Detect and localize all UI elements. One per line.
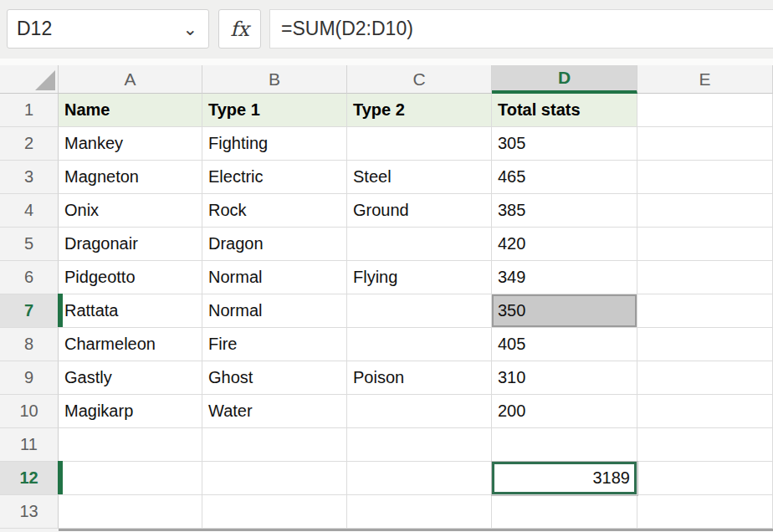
row-header-13[interactable]: 13: [0, 495, 59, 529]
column-header-c[interactable]: C: [347, 65, 492, 94]
cell-D13[interactable]: [492, 495, 637, 529]
row-selection-indicator: [58, 461, 63, 494]
column-header-d[interactable]: D: [492, 65, 637, 94]
cell-B1[interactable]: Type 1: [202, 94, 347, 127]
cell-D10[interactable]: 200: [492, 395, 637, 428]
cell-C5[interactable]: [347, 228, 492, 261]
name-box[interactable]: D12 ⌄: [7, 9, 209, 49]
sheet-row: 2MankeyFighting305: [0, 127, 773, 161]
sheet-bottom-left: [0, 529, 59, 532]
cell-A3[interactable]: Magneton: [59, 161, 202, 194]
cell-D4[interactable]: 385: [492, 194, 637, 228]
insert-function-button[interactable]: fx: [218, 9, 261, 49]
sheet-row: 11: [0, 428, 773, 462]
sheet-row: 6PidgeottoNormalFlying349: [0, 261, 773, 294]
cell-A1[interactable]: Name: [59, 94, 202, 127]
cell-E9[interactable]: [637, 361, 773, 395]
cell-C3[interactable]: Steel: [347, 161, 492, 194]
cell-E3[interactable]: [637, 161, 773, 194]
cell-D11[interactable]: [492, 428, 637, 462]
cell-A10[interactable]: Magikarp: [59, 395, 202, 428]
cell-D12[interactable]: 3189: [492, 462, 637, 495]
cell-A9[interactable]: Gastly: [59, 361, 202, 395]
cell-C13[interactable]: [347, 495, 492, 529]
cell-D9[interactable]: 310: [492, 361, 637, 395]
row-header-7[interactable]: 7: [0, 294, 59, 328]
cell-E13[interactable]: [637, 495, 773, 529]
cell-A2[interactable]: Mankey: [59, 127, 202, 161]
cell-B5[interactable]: Dragon: [202, 228, 347, 261]
cell-C9[interactable]: Poison: [347, 361, 492, 395]
cell-C10[interactable]: [347, 395, 492, 428]
column-header-e[interactable]: E: [637, 65, 773, 94]
row-header-3[interactable]: 3: [0, 161, 59, 194]
cell-B11[interactable]: [202, 428, 347, 462]
cell-A6[interactable]: Pidgeotto: [59, 261, 202, 294]
cell-C8[interactable]: [347, 328, 492, 361]
cell-A11[interactable]: [59, 428, 202, 462]
cell-B10[interactable]: Water: [202, 395, 347, 428]
cell-B3[interactable]: Electric: [202, 161, 347, 194]
cell-D8[interactable]: 405: [492, 328, 637, 361]
row-header-1[interactable]: 1: [0, 94, 59, 127]
cell-E10[interactable]: [637, 395, 773, 428]
cell-B9[interactable]: Ghost: [202, 361, 347, 395]
cell-B7[interactable]: Normal: [202, 294, 347, 328]
sheet-row: 8CharmeleonFire405: [0, 328, 773, 361]
chevron-down-icon[interactable]: ⌄: [182, 20, 208, 38]
cell-A4[interactable]: Onix: [59, 194, 202, 228]
cell-C2[interactable]: [347, 127, 492, 161]
cell-A12[interactable]: [59, 462, 202, 495]
cell-C11[interactable]: [347, 428, 492, 462]
cell-C1[interactable]: Type 2: [347, 94, 492, 127]
row-header-8[interactable]: 8: [0, 328, 59, 361]
cell-C7[interactable]: [347, 294, 492, 328]
cell-E4[interactable]: [637, 194, 773, 228]
cell-A13[interactable]: [59, 495, 202, 529]
cell-B2[interactable]: Fighting: [202, 127, 347, 161]
cell-B12[interactable]: [202, 462, 347, 495]
cell-D2[interactable]: 305: [492, 127, 637, 161]
cell-B6[interactable]: Normal: [202, 261, 347, 294]
row-header-10[interactable]: 10: [0, 395, 59, 428]
cell-A8[interactable]: Charmeleon: [59, 328, 202, 361]
row-header-2[interactable]: 2: [0, 127, 59, 161]
cell-B4[interactable]: Rock: [202, 194, 347, 228]
cell-E8[interactable]: [637, 328, 773, 361]
row-header-5[interactable]: 5: [0, 228, 59, 261]
column-header-a[interactable]: A: [59, 65, 202, 94]
cell-B13[interactable]: [202, 495, 347, 529]
cell-E1[interactable]: [637, 94, 773, 127]
row-header-12[interactable]: 12: [0, 462, 59, 495]
row-header-9[interactable]: 9: [0, 361, 59, 395]
sheet-bottom-edge: [59, 529, 773, 531]
sheet-row: 10MagikarpWater200: [0, 395, 773, 428]
sheet-row: 7RattataNormal350: [0, 294, 773, 328]
cell-E6[interactable]: [637, 261, 773, 294]
cell-D1[interactable]: Total stats: [492, 94, 637, 127]
row-header-4[interactable]: 4: [0, 194, 59, 228]
cell-E5[interactable]: [637, 228, 773, 261]
cell-E7[interactable]: [637, 294, 773, 328]
column-header-b[interactable]: B: [202, 65, 347, 94]
cell-A7[interactable]: Rattata: [59, 294, 202, 328]
cell-D3[interactable]: 465: [492, 161, 637, 194]
cell-E2[interactable]: [637, 127, 773, 161]
cell-C6[interactable]: Flying: [347, 261, 492, 294]
fx-icon: fx: [230, 18, 248, 41]
cell-D5[interactable]: 420: [492, 228, 637, 261]
cell-B8[interactable]: Fire: [202, 328, 347, 361]
cell-D6[interactable]: 349: [492, 261, 637, 294]
cell-C4[interactable]: Ground: [347, 194, 492, 228]
formula-input[interactable]: =SUM(D2:D10): [269, 9, 773, 49]
cell-E11[interactable]: [637, 428, 773, 462]
cell-C12[interactable]: [347, 462, 492, 495]
cell-A5[interactable]: Dragonair: [59, 228, 202, 261]
row-header-11[interactable]: 11: [0, 428, 59, 462]
sheet-row: 9GastlyGhostPoison310: [0, 361, 773, 395]
select-all-corner[interactable]: [0, 65, 59, 94]
sheet-row: 3MagnetonElectricSteel465: [0, 161, 773, 194]
cell-E12[interactable]: [637, 462, 773, 495]
cell-D7[interactable]: 350: [492, 294, 637, 328]
row-header-6[interactable]: 6: [0, 261, 59, 294]
